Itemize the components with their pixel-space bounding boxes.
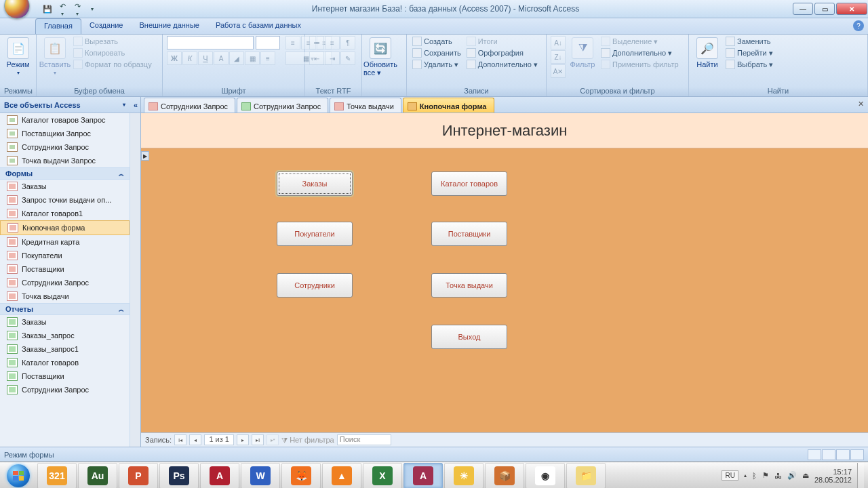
nav-item-form[interactable]: Точка выдачи (0, 289, 130, 303)
task-chrome[interactable]: ◉ (526, 463, 565, 489)
nav-category-forms[interactable]: Формы︽ (0, 167, 130, 180)
doc-tab[interactable]: Точка выдачи (330, 98, 401, 113)
nav-item-form[interactable]: Поставщики (0, 262, 130, 276)
nav-item-form-selected[interactable]: Кнопочная форма (0, 220, 130, 235)
nav-item-report[interactable]: Поставщики (0, 369, 130, 383)
new-record-button[interactable]: ▸* (267, 434, 279, 445)
form-button-suppliers[interactable]: Поставщики (431, 222, 507, 246)
qat-redo-icon[interactable]: ↷▾ (71, 2, 84, 16)
task-mpc[interactable]: 321 (37, 463, 77, 489)
form-button-employees[interactable]: Сотрудники (277, 273, 353, 298)
tab-create[interactable]: Создание (81, 18, 132, 34)
nav-item-form[interactable]: Сотрудники Запрос (0, 276, 130, 289)
safely-remove-icon[interactable]: ⏏ (802, 471, 809, 480)
save-record-button[interactable]: Сохранить (411, 47, 462, 58)
clock[interactable]: 15:1728.05.2012 (814, 468, 852, 484)
find-button[interactable]: 🔎Найти (693, 36, 722, 70)
task-app2[interactable]: 📦 (485, 463, 524, 489)
qat-save-icon[interactable]: 💾 (41, 2, 54, 16)
tab-external-data[interactable]: Внешние данные (132, 18, 208, 34)
more-records-button[interactable]: Дополнительно ▾ (465, 59, 539, 70)
goto-button[interactable]: Перейти ▾ (724, 47, 774, 58)
doc-tab-active[interactable]: Кнопочная форма (403, 98, 494, 113)
form-button-pickup[interactable]: Точка выдачи (431, 273, 507, 298)
window-close-button[interactable]: ✕ (836, 3, 867, 15)
nav-item-report[interactable]: Заказы_запрос1 (0, 342, 130, 356)
replace-button[interactable]: Заменить (724, 36, 774, 47)
record-position[interactable]: 1 из 1 (204, 434, 234, 445)
form-button-exit[interactable]: Выход (431, 325, 507, 349)
volume-icon[interactable]: 🔊 (787, 471, 797, 480)
nav-pane-header[interactable]: Все объекты Access ▾ « (0, 97, 140, 113)
office-button[interactable] (4, 0, 34, 23)
task-firefox[interactable]: 🦊 (281, 463, 321, 489)
paste-icon: 📋 (44, 37, 66, 59)
task-explorer[interactable]: 📁 (566, 463, 606, 489)
start-button[interactable] (0, 462, 37, 489)
doc-tab[interactable]: Сотрудники Запрос (237, 98, 328, 113)
help-icon[interactable]: ? (853, 20, 864, 31)
nav-category-reports[interactable]: Отчеты︽ (0, 303, 130, 315)
collapse-pane-icon[interactable]: « (134, 101, 138, 109)
tab-home[interactable]: Главная (35, 18, 81, 34)
spelling-button[interactable]: Орфография (465, 47, 539, 58)
task-vlc[interactable]: ▲ (322, 463, 361, 489)
form-view-button[interactable] (808, 449, 821, 460)
refresh-all-button[interactable]: 🔄Обновить все ▾ (366, 36, 395, 79)
last-record-button[interactable]: ▸I (252, 434, 264, 445)
qat-undo-icon[interactable]: ↶▾ (56, 2, 69, 16)
task-access[interactable]: A (403, 463, 443, 489)
qat-customize-icon[interactable]: ▾ (85, 2, 99, 16)
next-record-button[interactable]: ▸ (237, 434, 249, 445)
scissors-icon (73, 37, 83, 46)
task-audition[interactable]: Au (78, 463, 117, 489)
task-photoshop[interactable]: Ps (159, 463, 199, 489)
layout-view-button[interactable] (836, 449, 850, 460)
show-desktop-button[interactable] (857, 463, 864, 489)
nav-item-form[interactable]: Покупатели (0, 249, 130, 262)
nav-item-report[interactable]: Каталог товаров (0, 356, 130, 369)
chevron-down-icon[interactable]: ▾ (123, 102, 125, 108)
prev-record-button[interactable]: ◂ (189, 434, 201, 445)
advanced-filter-button[interactable]: Дополнительно ▾ (599, 47, 680, 58)
task-app[interactable]: ☀ (444, 463, 484, 489)
tray-expand-icon[interactable]: ▴ (744, 472, 747, 479)
language-indicator[interactable]: RU (722, 470, 738, 481)
delete-record-button[interactable]: Удалить ▾ (411, 59, 462, 70)
design-view-button[interactable] (850, 449, 864, 460)
network-icon[interactable]: 🖧 (774, 472, 782, 480)
search-box[interactable]: Поиск (337, 434, 391, 445)
nav-item-form[interactable]: Каталог товаров1 (0, 207, 130, 220)
nav-item-form[interactable]: Запрос точки выдачи оп... (0, 193, 130, 207)
nav-item-query[interactable]: Сотрудники Запрос (0, 140, 130, 154)
doc-tab[interactable]: Сотрудники Запрос (144, 98, 235, 113)
nav-item-query[interactable]: Каталог товаров Запрос (0, 113, 130, 127)
tab-database-tools[interactable]: Работа с базами данных (208, 18, 309, 34)
task-excel[interactable]: X (363, 463, 402, 489)
form-button-catalog[interactable]: Каталог товаров (431, 171, 507, 196)
task-powerpoint[interactable]: P (119, 463, 158, 489)
task-word[interactable]: W (241, 463, 280, 489)
new-record-button[interactable]: Создать (411, 36, 462, 47)
nav-item-report[interactable]: Сотрудники Запрос (0, 383, 130, 396)
view-button[interactable]: 📄Режим▾ (4, 36, 32, 77)
window-restore-button[interactable]: ▭ (814, 3, 835, 15)
nav-item-query[interactable]: Поставщики Запрос (0, 127, 130, 140)
nav-item-form[interactable]: Кредитная карта (0, 235, 130, 249)
form-button-orders[interactable]: Заказы (277, 171, 353, 196)
nav-scrollbar[interactable] (130, 113, 140, 447)
datasheet-view-button[interactable] (822, 449, 835, 460)
first-record-button[interactable]: I◂ (174, 434, 186, 445)
action-center-icon[interactable]: ⚑ (762, 471, 769, 480)
select-button[interactable]: Выбрать ▾ (724, 59, 774, 70)
close-tab-icon[interactable]: ✕ (858, 100, 864, 108)
form-button-customers[interactable]: Покупатели (277, 222, 353, 246)
bluetooth-icon[interactable]: ᛒ (752, 472, 757, 480)
window-minimize-button[interactable]: — (793, 3, 813, 15)
nav-item-report[interactable]: Заказы_запрос (0, 329, 130, 342)
task-autocad[interactable]: A (200, 463, 239, 489)
nav-item-report[interactable]: Заказы (0, 315, 130, 329)
nav-item-query[interactable]: Точка выдачи Запрос (0, 154, 130, 167)
nav-item-form[interactable]: Заказы (0, 180, 130, 193)
record-selector[interactable] (141, 151, 149, 161)
